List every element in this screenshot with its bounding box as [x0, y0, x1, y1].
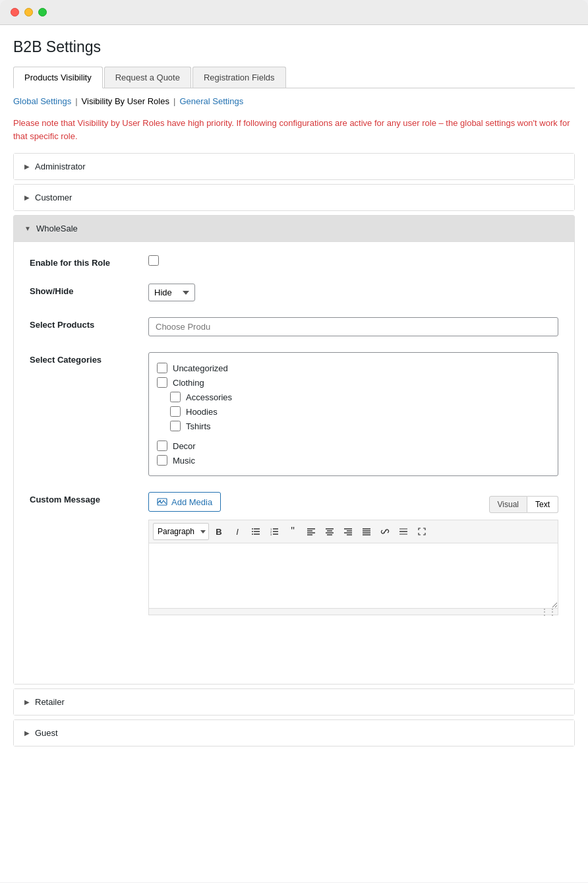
accordion-body-wholesale: Enable for this Role Show/Hide Hide Show…: [14, 241, 574, 684]
toolbar-hr[interactable]: [395, 523, 412, 540]
category-music: Music: [157, 453, 550, 468]
toolbar-italic[interactable]: I: [229, 523, 246, 540]
checkbox-decor[interactable]: [157, 441, 167, 451]
page-title: B2B Settings: [13, 38, 575, 56]
label-hoodies: Hoodies: [186, 407, 218, 417]
arrow-guest: ▶: [24, 729, 30, 737]
tab-products-visibility[interactable]: Products Visibility: [13, 67, 103, 88]
visual-text-tabs: Visual Text: [489, 496, 558, 513]
form-row-show-hide: Show/Hide Hide Show: [30, 284, 558, 301]
checkbox-clothing[interactable]: [157, 377, 167, 388]
checkbox-music[interactable]: [157, 455, 167, 466]
expand-icon: [417, 527, 426, 536]
svg-point-5: [252, 528, 253, 530]
accordion-header-retailer[interactable]: ▶ Retailer: [14, 689, 574, 715]
form-row-enable: Enable for this Role: [30, 255, 558, 268]
add-media-button[interactable]: Add Media: [148, 492, 221, 512]
arrow-wholesale: ▼: [24, 225, 31, 232]
accordion-retailer: ▶ Retailer: [13, 688, 575, 716]
accordion-label-administrator: Administrator: [35, 162, 86, 171]
toolbar-expand[interactable]: [413, 523, 430, 540]
enable-checkbox[interactable]: [148, 255, 159, 266]
product-search-input[interactable]: [148, 317, 558, 336]
align-left-icon: [307, 527, 316, 536]
close-btn[interactable]: [11, 8, 19, 16]
enable-control: [148, 255, 558, 268]
svg-point-6: [252, 531, 253, 532]
accordion-header-guest[interactable]: ▶ Guest: [14, 720, 574, 746]
label-tshirts: Tshirts: [186, 421, 211, 431]
toolbar-bold[interactable]: B: [210, 523, 227, 540]
ol-icon: 123: [270, 527, 279, 536]
tab-visual[interactable]: Visual: [489, 496, 527, 513]
label-accessories: Accessories: [186, 392, 232, 402]
svg-point-7: [252, 533, 253, 535]
label-clothing: Clothing: [173, 378, 204, 388]
maximize-btn[interactable]: [38, 8, 47, 16]
arrow-administrator: ▶: [24, 163, 30, 170]
select-products-label: Select Products: [30, 317, 135, 330]
select-categories-label: Select Categories: [30, 352, 135, 365]
accordion-guest: ▶ Guest: [13, 719, 575, 746]
link-icon: [380, 527, 390, 536]
toolbar-align-center[interactable]: [321, 523, 338, 540]
toolbar-align-left[interactable]: [303, 523, 320, 540]
tab-text[interactable]: Text: [527, 496, 558, 513]
breadcrumb-general-settings[interactable]: General Settings: [179, 96, 243, 106]
label-music: Music: [173, 456, 195, 466]
accordion-header-customer[interactable]: ▶ Customer: [14, 185, 574, 210]
checkbox-uncategorized[interactable]: [157, 363, 167, 373]
arrow-customer: ▶: [24, 194, 30, 201]
editor-header: Add Media Visual Text: [148, 492, 558, 517]
editor-toolbar: Paragraph B I 123 ": [148, 520, 558, 543]
custom-message-control: Add Media Visual Text Paragraph B I: [148, 492, 558, 615]
notice-text: Please note that Visibility by User Role…: [13, 117, 575, 142]
form-row-custom-message: Custom Message Add Media Visual: [30, 492, 558, 615]
category-decor: Decor: [157, 439, 550, 453]
category-clothing: Clothing: [157, 375, 550, 390]
editor-area[interactable]: [148, 543, 558, 609]
main-content: B2B Settings Products Visibility Request…: [0, 25, 588, 882]
toolbar-ul[interactable]: [247, 523, 264, 540]
accordion-label-guest: Guest: [35, 728, 58, 738]
form-row-select-products: Select Products: [30, 317, 558, 336]
category-tshirts: Tshirts: [157, 419, 550, 433]
label-decor: Decor: [173, 441, 196, 451]
add-media-label: Add Media: [171, 497, 212, 507]
accordion-header-wholesale[interactable]: ▼ WholeSale: [14, 216, 574, 241]
paragraph-select[interactable]: Paragraph: [153, 523, 209, 540]
category-hoodies: Hoodies: [157, 404, 550, 419]
breadcrumb-global-settings[interactable]: Global Settings: [13, 96, 71, 106]
toolbar-quote[interactable]: ": [284, 523, 301, 540]
tab-registration-fields[interactable]: Registration Fields: [192, 67, 286, 88]
minimize-btn[interactable]: [24, 8, 33, 16]
accordion-header-administrator[interactable]: ▶ Administrator: [14, 154, 574, 179]
add-media-icon: [157, 497, 167, 507]
align-center-icon: [325, 527, 334, 536]
accordion-wholesale: ▼ WholeSale Enable for this Role Show/Hi…: [13, 215, 575, 685]
resize-handle: ⋮⋮: [148, 609, 558, 615]
accordion-label-wholesale: WholeSale: [36, 224, 78, 233]
show-hide-label: Show/Hide: [30, 284, 135, 296]
toolbar-ol[interactable]: 123: [266, 523, 283, 540]
select-products-control: [148, 317, 558, 336]
accordion-label-retailer: Retailer: [35, 697, 65, 707]
accordion-customer: ▶ Customer: [13, 184, 575, 211]
tab-request-a-quote[interactable]: Request a Quote: [104, 67, 191, 88]
custom-message-label: Custom Message: [30, 492, 135, 504]
checkbox-hoodies[interactable]: [170, 406, 181, 417]
checkbox-accessories[interactable]: [170, 392, 181, 402]
toolbar-align-right[interactable]: [339, 523, 357, 540]
categories-box: Uncategorized Clothing Accessories: [148, 352, 558, 476]
toolbar-align-justify[interactable]: [358, 523, 375, 540]
select-categories-control: Uncategorized Clothing Accessories: [148, 352, 558, 476]
checkbox-tshirts[interactable]: [170, 421, 181, 431]
window-chrome: [0, 0, 588, 25]
ul-icon: [251, 527, 260, 536]
tabs-bar: Products Visibility Request a Quote Regi…: [13, 67, 575, 88]
accordion-administrator: ▶ Administrator: [13, 153, 575, 180]
show-hide-select[interactable]: Hide Show: [148, 284, 195, 301]
toolbar-link[interactable]: [376, 523, 394, 540]
svg-text:3: 3: [270, 533, 272, 536]
form-row-select-categories: Select Categories Uncategorized Clothing: [30, 352, 558, 476]
